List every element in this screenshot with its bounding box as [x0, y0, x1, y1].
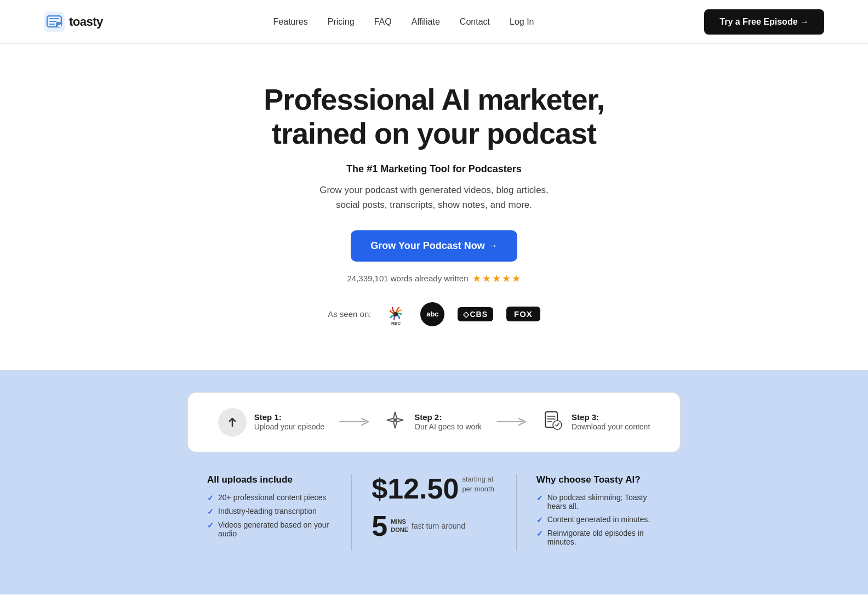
nav-login[interactable]: Log In — [510, 17, 534, 27]
stat-uploads: All uploads include ✓20+ professional co… — [187, 474, 351, 551]
upload-item-3: ✓Videos generated based on your audio — [207, 520, 332, 538]
nav-links: Features Pricing FAQ Affiliate Contact L… — [273, 17, 534, 27]
step-arrow-2 — [495, 414, 528, 431]
step-2: Step 2: Our AI goes to work — [384, 409, 482, 435]
steps-card: Step 1: Upload your episode Step 2: Our … — [187, 392, 681, 452]
step-arrow-1 — [338, 414, 370, 431]
upload-item-2: ✓Industry-leading transcription — [207, 507, 332, 516]
logo-icon: ai — [44, 12, 65, 32]
step-1-icon — [218, 408, 247, 437]
uploads-list: ✓20+ professional content pieces ✓Indust… — [207, 493, 332, 538]
logo[interactable]: ai toasty — [44, 12, 103, 32]
fox-logo: FOX — [506, 307, 540, 321]
why-item-2: ✓Content generated in minutes. — [536, 515, 661, 524]
why-item-1: ✓No podcast skimming; Toasty hears all. — [536, 493, 661, 511]
hero-stats: 24,339,101 words already written ★ ★ ★ ★… — [209, 273, 659, 285]
nav-faq[interactable]: FAQ — [374, 17, 392, 27]
svg-text:NBC: NBC — [391, 321, 401, 326]
svg-point-8 — [393, 312, 398, 316]
abc-logo: abc — [420, 302, 444, 326]
stat-why: Why choose Toasty AI? ✓No podcast skimmi… — [517, 474, 681, 551]
as-seen-label: As seen on: — [328, 309, 371, 319]
star-rating: ★ ★ ★ ★ ★ — [472, 273, 521, 285]
step-1-text: Step 1: Upload your episode — [254, 412, 324, 432]
hero-cta-button[interactable]: Grow Your Podcast Now → — [351, 230, 517, 262]
bottom-section: 24,339,101 words already generated — [0, 594, 868, 606]
step-1: Step 1: Upload your episode — [218, 408, 324, 437]
svg-text:ai: ai — [58, 23, 61, 28]
as-seen-on: As seen on: NBC abc ◇CBS FOX — [209, 302, 659, 326]
hero-headline: Professional AI marketer, trained on you… — [209, 82, 659, 150]
svg-point-10 — [393, 418, 397, 422]
stats-grid: All uploads include ✓20+ professional co… — [187, 474, 681, 551]
price-desc: starting at per month — [462, 474, 494, 494]
mins-row: 5 MINSDONE fast turn around — [372, 512, 496, 540]
navbar: ai toasty Features Pricing FAQ Affiliate… — [0, 0, 868, 44]
cbs-logo: ◇CBS — [458, 307, 493, 321]
price-row: $12.50 starting at per month — [372, 474, 496, 503]
steps-band: Step 1: Upload your episode Step 2: Our … — [0, 370, 868, 594]
hero-description: Grow your podcast with generated videos,… — [209, 183, 659, 212]
nav-contact[interactable]: Contact — [460, 17, 490, 27]
why-title: Why choose Toasty AI? — [536, 474, 661, 485]
upload-item-1: ✓20+ professional content pieces — [207, 493, 332, 502]
nav-affiliate[interactable]: Affiliate — [412, 17, 440, 27]
mins-label: MINSDONE — [391, 518, 408, 534]
why-list: ✓No podcast skimming; Toasty hears all. … — [536, 493, 661, 546]
uploads-title: All uploads include — [207, 474, 332, 485]
hero-subtitle: The #1 Marketing Tool for Podcasters — [209, 163, 659, 175]
hero-section: Professional AI marketer, trained on you… — [198, 44, 670, 370]
nav-pricing[interactable]: Pricing — [328, 17, 355, 27]
why-item-3: ✓Reinvigorate old episodes in minutes. — [536, 529, 661, 546]
step-3-icon — [541, 409, 564, 435]
price-value: $12.50 — [372, 474, 459, 503]
logo-wordmark: toasty — [69, 15, 103, 29]
mins-value: 5 — [372, 512, 387, 540]
step-2-icon — [384, 409, 407, 435]
stat-pricing: $12.50 starting at per month 5 MINSDONE … — [352, 474, 516, 551]
mins-desc: fast turn around — [412, 522, 465, 530]
nbc-logo: NBC — [384, 303, 407, 326]
words-count: 24,339,101 words already written — [347, 274, 469, 283]
nav-cta-button[interactable]: Try a Free Episode → — [704, 9, 824, 35]
step-3: Step 3: Download your content — [541, 409, 650, 435]
nav-features[interactable]: Features — [273, 17, 308, 27]
step-3-text: Step 3: Download your content — [572, 412, 650, 432]
step-2-text: Step 2: Our AI goes to work — [414, 412, 482, 432]
